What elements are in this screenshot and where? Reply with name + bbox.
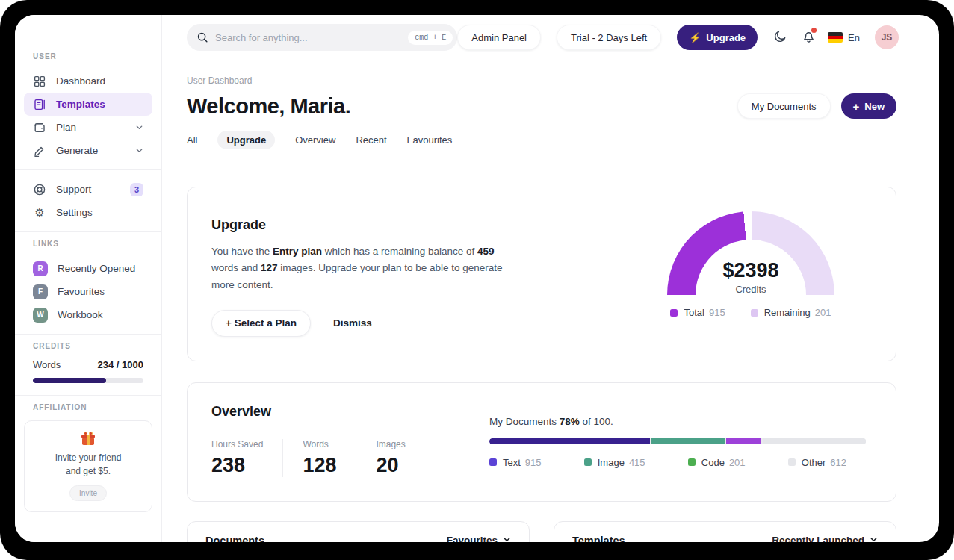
invite-button[interactable]: Invite <box>69 485 107 501</box>
device-frame: USER Dashboard Templates Plan <box>0 0 954 560</box>
templates-card: Templates Recently Launched Blog Post Ti… <box>554 521 896 542</box>
header-actions: My Documents + New <box>737 93 896 119</box>
documents-card: Documents Favourites Untitled Document i… <box>187 521 530 542</box>
tab-upgrade[interactable]: Upgrade <box>217 131 275 149</box>
lightning-icon: ⚡ <box>689 32 701 43</box>
tab-recent[interactable]: Recent <box>356 131 386 149</box>
sidebar-item-label: Dashboard <box>56 75 105 87</box>
legend-code: Code 201 <box>688 457 746 468</box>
documents-card-header: Documents Favourites <box>188 522 529 542</box>
germany-flag-icon[interactable] <box>828 32 843 43</box>
sidebar-item-label: Generate <box>56 145 98 156</box>
sidebar-item-settings[interactable]: ⚙ Settings <box>24 201 152 224</box>
new-button[interactable]: + New <box>841 93 897 119</box>
sidebar-link-recently-opened[interactable]: R Recently Opened <box>24 257 152 280</box>
stat-words: Words 128 <box>283 439 356 477</box>
sidebar-section-links: LINKS <box>33 240 161 248</box>
legend-remaining: Remaining 201 <box>751 307 831 318</box>
credits-caption: Credits <box>667 284 834 295</box>
breadcrumb: User Dashboard <box>187 75 896 86</box>
stat-images: Images 20 <box>356 439 424 477</box>
templates-filter-dropdown[interactable]: Recently Launched <box>772 535 878 542</box>
affiliation-text: Invite your friend and get $5. <box>32 451 144 478</box>
sidebar-section-user: USER <box>33 52 161 60</box>
bottom-cards-row: Documents Favourites Untitled Document i… <box>187 521 896 542</box>
divider <box>15 231 161 232</box>
overview-card: Overview Hours Saved 238 Words 128 Image… <box>187 382 896 502</box>
upgrade-card-body: You have the Entry plan which has a rema… <box>211 243 519 293</box>
user-avatar[interactable]: JS <box>875 25 899 49</box>
tab-favourites[interactable]: Favourites <box>407 131 453 149</box>
legend-swatch <box>489 458 497 466</box>
trial-badge[interactable]: Trial - 2 Days Left <box>557 25 661 50</box>
dashboard-grid-icon <box>33 75 46 88</box>
chevron-down-icon <box>135 123 143 131</box>
admin-panel-button[interactable]: Admin Panel <box>457 25 541 50</box>
credits-usage: Words 234 / 1000 <box>33 359 143 370</box>
page-title: Welcome, Maria. <box>187 94 350 119</box>
notifications-button[interactable] <box>798 27 819 48</box>
upgrade-card-title: Upgrade <box>211 217 654 233</box>
templates-card-header: Templates Recently Launched <box>554 522 896 542</box>
tab-all[interactable]: All <box>187 131 197 149</box>
workbook-badge: W <box>33 308 48 323</box>
lifebuoy-icon <box>33 183 46 196</box>
templates-card-title: Templates <box>572 535 625 542</box>
overview-stats-block: Overview Hours Saved 238 Words 128 Image… <box>211 404 489 477</box>
gauge-center: $2398 Credits <box>667 259 834 295</box>
sidebar-link-favourites[interactable]: F Favourites <box>24 280 152 303</box>
upgrade-card: Upgrade You have the Entry plan which ha… <box>187 187 896 361</box>
select-plan-button[interactable]: + Select a Plan <box>211 310 311 337</box>
chevron-down-icon <box>870 535 878 542</box>
sidebar-section-affiliation: AFFILIATION <box>33 403 161 411</box>
legend-swatch <box>751 309 758 317</box>
page-header: Welcome, Maria. My Documents + New <box>187 93 896 119</box>
upgrade-card-actions: + Select a Plan Dismiss <box>211 310 654 337</box>
documents-card-title: Documents <box>205 535 264 542</box>
documents-filter-dropdown[interactable]: Favourites <box>447 535 511 542</box>
sidebar-link-label: Recently Opened <box>58 263 135 274</box>
search-input[interactable]: Search for anything... cmd + E <box>187 24 457 51</box>
legend-swatch <box>670 309 678 317</box>
upgrade-button[interactable]: ⚡ Upgrade <box>677 25 758 50</box>
plus-icon: + <box>853 100 860 113</box>
bar-segment-other <box>763 438 866 444</box>
gear-icon: ⚙ <box>33 206 46 220</box>
search-shortcut: cmd + E <box>408 31 453 45</box>
documents-progress-block: My Documents 78% of 100. Text 915 <box>489 404 866 477</box>
tab-overview[interactable]: Overview <box>295 131 335 149</box>
legend-image: Image 415 <box>584 457 645 468</box>
sidebar-item-plan[interactable]: Plan <box>24 116 152 139</box>
language-label[interactable]: En <box>848 32 860 43</box>
pencil-icon <box>33 144 46 158</box>
sidebar-item-label: Plan <box>56 122 76 133</box>
dismiss-button[interactable]: Dismiss <box>333 317 372 329</box>
legend-total: Total 915 <box>670 307 725 318</box>
legend-text: Text 915 <box>489 457 542 468</box>
filter-tabs: All Upgrade Overview Recent Favourites <box>187 131 896 149</box>
legend-other: Other 612 <box>788 457 846 468</box>
app-window: USER Dashboard Templates Plan <box>15 15 939 542</box>
credits-label: Words <box>33 359 61 370</box>
documents-stacked-bar <box>489 438 866 444</box>
my-documents-button[interactable]: My Documents <box>737 93 831 119</box>
topbar: Search for anything... cmd + E Admin Pan… <box>162 15 939 60</box>
stat-hours-saved: Hours Saved 238 <box>211 439 283 477</box>
sidebar-item-dashboard[interactable]: Dashboard <box>24 69 152 93</box>
sidebar-link-workbook[interactable]: W Workbook <box>24 303 152 326</box>
main-content: User Dashboard Welcome, Maria. My Docume… <box>162 60 939 542</box>
search-icon <box>196 31 208 43</box>
divider <box>15 395 161 396</box>
divider <box>15 169 161 170</box>
gift-icon <box>81 431 96 446</box>
sidebar-link-label: Favourites <box>58 286 105 297</box>
stats-row: Hours Saved 238 Words 128 Images 20 <box>211 439 489 477</box>
sidebar-item-support[interactable]: Support 3 <box>24 178 152 201</box>
sidebar-item-templates[interactable]: Templates <box>24 93 152 116</box>
search-placeholder: Search for anything... <box>215 32 308 43</box>
divider <box>15 334 161 335</box>
sidebar-item-generate[interactable]: Generate <box>24 139 152 162</box>
chevron-down-icon <box>135 146 143 155</box>
sidebar-item-label: Support <box>56 184 91 195</box>
dark-mode-toggle[interactable] <box>769 27 790 48</box>
